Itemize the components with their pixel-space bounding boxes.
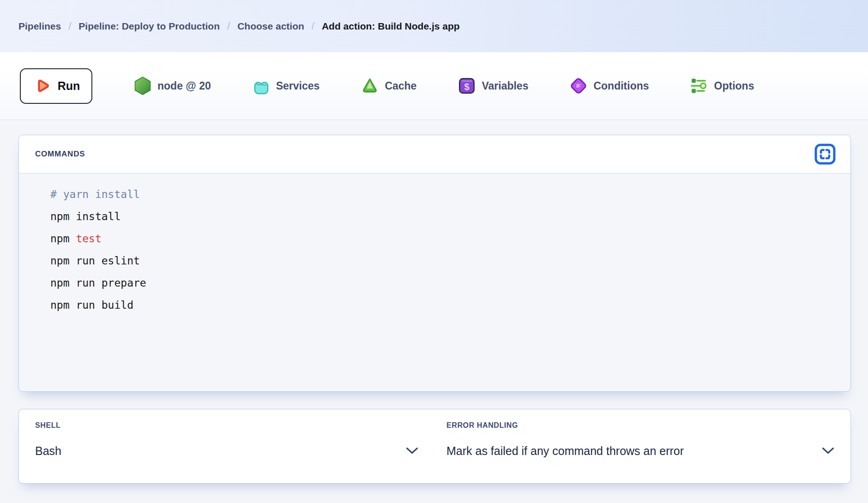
code-segment: test [76, 233, 101, 245]
code-line[interactable]: npm install [50, 205, 837, 228]
commands-panel: COMMANDS # yarn installnpm installnpm te… [18, 135, 851, 392]
variables-dollar-icon: $ [457, 77, 476, 95]
code-editor[interactable]: # yarn installnpm installnpm testnpm run… [19, 174, 850, 316]
execution-settings-panel: SHELL Bash ERROR HANDLING Mark as failed… [18, 409, 851, 484]
tab-run-label: Run [58, 79, 80, 93]
tab-conditions[interactable]: IF Conditions [569, 76, 649, 96]
shell-select[interactable]: Bash [35, 439, 418, 462]
breadcrumb-pipeline-deploy-to-production[interactable]: Pipeline: Deploy to Production [78, 21, 220, 32]
tab-conditions-label: Conditions [593, 80, 649, 92]
commands-panel-header: COMMANDS [19, 135, 850, 174]
code-segment: npm run eslint [50, 255, 140, 267]
code-segment: npm [50, 233, 76, 245]
tab-environment-node[interactable]: node @ 20 [133, 76, 211, 96]
tab-cache[interactable]: Cache [360, 77, 416, 95]
main-content: COMMANDS # yarn installnpm installnpm te… [0, 120, 868, 503]
error-handling-selected-value: Mark as failed if any command throws an … [446, 444, 684, 458]
chevron-down-icon [822, 447, 834, 455]
tab-options[interactable]: Options [690, 77, 754, 95]
code-line[interactable]: npm run prepare [50, 272, 837, 294]
error-handling-field: ERROR HANDLING Mark as failed if any com… [446, 421, 834, 462]
svg-text:$: $ [464, 82, 470, 92]
breadcrumb: Pipelines / Pipeline: Deploy to Producti… [0, 0, 868, 52]
expand-fullscreen-button[interactable] [814, 143, 837, 166]
error-handling-select[interactable]: Mark as failed if any command throws an … [446, 439, 834, 462]
tab-variables[interactable]: $ Variables [457, 77, 528, 95]
breadcrumb-pipelines[interactable]: Pipelines [18, 21, 61, 32]
tab-run[interactable]: Run [20, 68, 92, 104]
code-segment: npm run prepare [50, 277, 146, 289]
commands-title: COMMANDS [35, 150, 85, 159]
cache-icon [360, 77, 380, 95]
action-tab-bar: Run node @ 20 Services [0, 52, 868, 120]
breadcrumb-separator: / [312, 20, 314, 32]
code-line[interactable]: # yarn install [50, 183, 837, 205]
tab-options-label: Options [714, 80, 754, 92]
top-bar: Pipelines / Pipeline: Deploy to Producti… [0, 0, 868, 52]
error-handling-label: ERROR HANDLING [446, 421, 834, 430]
shell-label: SHELL [35, 421, 418, 430]
nodejs-icon [133, 76, 152, 96]
shell-selected-value: Bash [35, 444, 61, 458]
svg-text:IF: IF [576, 83, 581, 89]
tab-variables-label: Variables [482, 80, 528, 92]
code-line[interactable]: npm test [50, 228, 837, 250]
tab-services[interactable]: Services [252, 77, 320, 95]
play-icon [32, 78, 52, 94]
breadcrumb-choose-action[interactable]: Choose action [237, 21, 304, 32]
options-sliders-icon [690, 77, 709, 95]
code-line[interactable]: npm run build [50, 294, 837, 316]
breadcrumb-separator: / [227, 20, 230, 32]
shell-field: SHELL Bash [35, 421, 418, 462]
chevron-down-icon [406, 447, 418, 455]
breadcrumb-current-add-action: Add action: Build Node.js app [322, 21, 460, 32]
tab-services-label: Services [276, 80, 320, 92]
code-line[interactable]: npm run eslint [50, 250, 837, 272]
conditions-if-icon: IF [569, 76, 588, 96]
breadcrumb-separator: / [68, 20, 71, 32]
tab-environment-label: node @ 20 [157, 80, 211, 92]
code-segment: npm install [50, 210, 121, 222]
fullscreen-icon [814, 143, 836, 165]
tab-cache-label: Cache [385, 80, 416, 92]
services-icon [252, 77, 271, 95]
code-segment: npm run build [50, 299, 133, 311]
code-segment: # yarn install [50, 188, 140, 200]
